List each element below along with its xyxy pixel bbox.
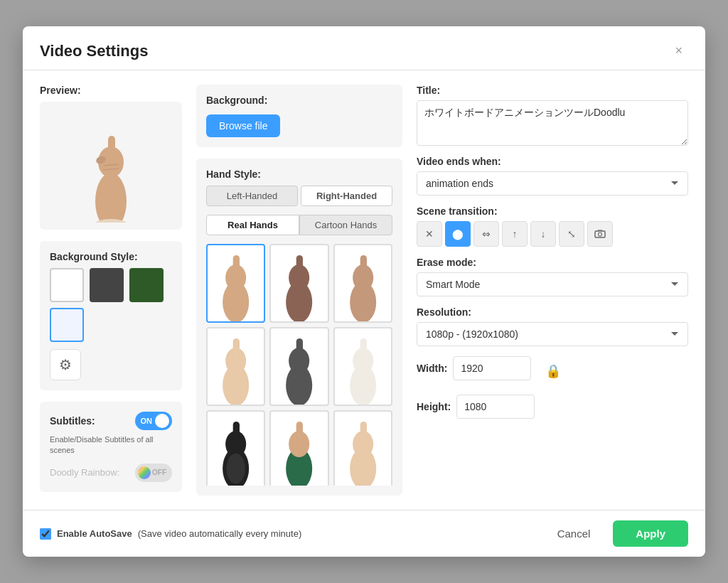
svg-rect-31 — [296, 422, 303, 448]
subtitles-section: Subtitles: ON Enable/Disable Subtitles o… — [40, 402, 182, 492]
camera-icon — [594, 230, 606, 238]
hand-type-tabs: Real Hands Cartoon Hands — [206, 215, 392, 235]
left-handed-tab[interactable]: Left-Handed — [206, 186, 298, 206]
dialog-header: Video Settings × — [23, 26, 705, 70]
dialog-title: Video Settings — [40, 42, 148, 60]
scene-transition-section: Scene transition: ✕ ⬤ ⇔ ↑ ↓ ⤡ — [417, 205, 688, 247]
autosave-row: Enable AutoSave (Save video automaticall… — [40, 528, 301, 540]
middle-column: Background: Browse file Hand Style: Left… — [196, 85, 402, 496]
svg-rect-18 — [233, 338, 240, 365]
rainbow-row: Doodly Rainbow: OFF — [50, 464, 172, 482]
subtitles-desc: Enable/Disable Subtitles of all scenes — [50, 434, 172, 456]
cartoon-hands-tab[interactable]: Cartoon Hands — [299, 215, 392, 235]
hand-option-4[interactable] — [206, 327, 265, 406]
hand-option-1[interactable] — [206, 244, 265, 323]
trans-icon-expand[interactable]: ⤡ — [559, 221, 584, 247]
erase-mode-section: Erase mode: Smart Mode Normal Mode — [417, 257, 688, 296]
svg-rect-44 — [595, 231, 605, 237]
handedness-tabs: Left-Handed Right-Handed — [206, 186, 392, 206]
right-handed-tab[interactable]: Right-Handed — [301, 186, 392, 206]
swatch-white[interactable] — [50, 268, 84, 302]
hand-option-5[interactable] — [269, 327, 328, 406]
svg-point-45 — [599, 232, 602, 236]
autosave-desc: (Save video automatically every minute) — [138, 528, 302, 539]
title-input[interactable] — [417, 100, 688, 146]
background-section: Background: Browse file — [196, 85, 402, 147]
width-group: Width: — [417, 356, 531, 380]
width-label: Width: — [417, 363, 447, 374]
preview-section: Preview: — [40, 85, 182, 230]
gear-button[interactable]: ⚙ — [50, 349, 81, 380]
gear-icon: ⚙ — [59, 356, 72, 373]
hand-option-6[interactable] — [333, 327, 392, 406]
video-ends-select[interactable]: animation ends last scene ends manually — [417, 171, 688, 196]
autosave-label: Enable AutoSave — [57, 528, 132, 539]
title-field-label: Title: — [417, 85, 688, 96]
trans-icon-down[interactable]: ↓ — [530, 221, 556, 247]
swatch-dark[interactable] — [90, 268, 124, 302]
rainbow-dot — [138, 466, 151, 479]
resolution-select[interactable]: 1080p - (1920x1080) 720p - (1280x720) 4K… — [417, 322, 688, 346]
toggle-knob — [155, 414, 169, 428]
subtitles-header: Subtitles: ON — [50, 412, 172, 430]
browse-file-button[interactable]: Browse file — [206, 114, 280, 137]
preview-box — [40, 102, 182, 230]
svg-point-6 — [92, 219, 129, 223]
swatch-light-blue[interactable] — [50, 308, 84, 342]
rainbow-toggle[interactable]: OFF — [135, 464, 172, 482]
subtitles-toggle[interactable]: ON — [135, 412, 172, 430]
height-input[interactable] — [456, 395, 535, 419]
bg-style-section: Background Style: ⚙ — [40, 241, 182, 390]
scene-transition-label: Scene transition: — [417, 205, 688, 217]
hand-option-2[interactable] — [269, 244, 328, 323]
swatch-green[interactable] — [129, 268, 164, 302]
close-button[interactable]: × — [669, 41, 688, 61]
hand-style-section: Hand Style: Left-Handed Right-Handed Rea… — [196, 159, 402, 496]
transition-icons-group: ✕ ⬤ ⇔ ↑ ↓ ⤡ — [417, 221, 688, 247]
trans-icon-h-arrows[interactable]: ⇔ — [473, 221, 499, 247]
hand-option-7[interactable] — [206, 410, 265, 486]
erase-mode-select[interactable]: Smart Mode Normal Mode — [417, 272, 688, 296]
hand-grid — [206, 244, 392, 486]
title-section: Title: — [417, 85, 688, 146]
width-input[interactable] — [453, 356, 531, 380]
erase-mode-label: Erase mode: — [417, 257, 688, 268]
rainbow-label: Doodly Rainbow: — [50, 467, 119, 478]
lock-icon-container: 🔒 — [545, 363, 561, 379]
preview-hand-image — [79, 109, 143, 223]
hand-option-3[interactable] — [333, 244, 392, 323]
svg-rect-27 — [233, 422, 240, 448]
resolution-section: Resolution: 1080p - (1920x1080) 720p - (… — [417, 306, 688, 346]
trans-icon-camera[interactable] — [587, 221, 613, 247]
subtitles-label: Subtitles: — [50, 415, 95, 427]
footer-buttons: Cancel Apply — [543, 520, 688, 547]
svg-point-0 — [95, 173, 127, 223]
cancel-button[interactable]: Cancel — [543, 520, 605, 547]
dialog-overlay: Video Settings × Preview: — [0, 0, 728, 583]
apply-button[interactable]: Apply — [613, 520, 688, 547]
height-label: Height: — [417, 401, 451, 412]
svg-rect-34 — [360, 422, 366, 448]
toggle-on-label: ON — [141, 417, 153, 425]
trans-icon-x[interactable]: ✕ — [417, 221, 442, 247]
preview-label: Preview: — [40, 85, 182, 96]
video-settings-dialog: Video Settings × Preview: — [23, 26, 705, 557]
dialog-footer: Enable AutoSave (Save video automaticall… — [23, 510, 705, 557]
svg-rect-12 — [296, 255, 303, 282]
svg-point-28 — [226, 454, 245, 483]
hand-option-8[interactable] — [269, 410, 328, 486]
dimensions-section: Width: 🔒 Height: — [417, 356, 688, 419]
hand-option-9[interactable] — [333, 410, 392, 486]
bg-style-label: Background Style: — [50, 251, 172, 262]
resolution-label: Resolution: — [417, 306, 688, 318]
trans-icon-dot[interactable]: ⬤ — [445, 221, 471, 247]
height-group: Height: — [417, 395, 535, 419]
trans-icon-up[interactable]: ↑ — [502, 221, 528, 247]
hand-style-label: Hand Style: — [206, 169, 392, 180]
svg-rect-21 — [296, 338, 303, 365]
rainbow-off-label: OFF — [152, 469, 166, 476]
real-hands-tab[interactable]: Real Hands — [206, 215, 299, 235]
lock-icon: 🔒 — [545, 363, 561, 379]
autosave-checkbox[interactable] — [40, 528, 51, 540]
video-ends-section: Video ends when: animation ends last sce… — [417, 156, 688, 196]
